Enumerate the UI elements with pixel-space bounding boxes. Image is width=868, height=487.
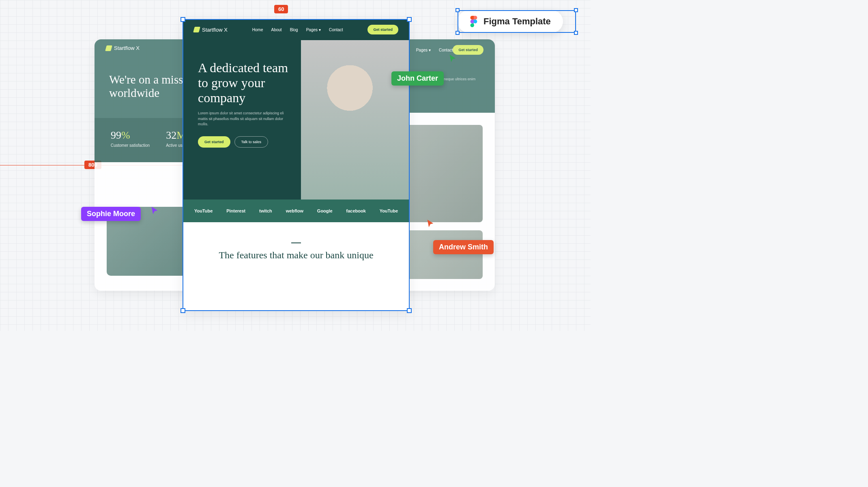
collaborator-name: Sophie Moore: [81, 207, 141, 221]
measurement-top: 60: [274, 5, 288, 13]
svg-rect-7: [472, 19, 474, 23]
brand-logos-row: YouTube Pinterest twitch webflow Google …: [183, 200, 410, 222]
brand-google: Google: [317, 208, 333, 213]
talk-to-sales-button[interactable]: Talk to sales: [234, 136, 269, 148]
chevron-down-icon: ▾: [319, 28, 321, 32]
hero-title: A dedicated team to grow your company: [198, 60, 289, 105]
logo[interactable]: Startflow X: [106, 45, 140, 51]
svg-rect-9: [472, 24, 474, 26]
brand-name: Startflow X: [114, 45, 140, 51]
logo[interactable]: Startflow X: [194, 27, 228, 33]
nav-pages[interactable]: Pages ▾: [416, 48, 431, 52]
collaborator-cursor-andrew: [426, 219, 435, 228]
logo-icon: [105, 45, 112, 51]
site-nav: Startflow X Home About Blog Pages ▾ Cont…: [183, 19, 410, 40]
get-started-button[interactable]: Get started: [198, 136, 230, 148]
svg-rect-5: [472, 16, 474, 19]
nav-contact[interactable]: Contact: [439, 48, 453, 52]
cta-button[interactable]: Get started: [453, 45, 483, 55]
collaborator-cursor-sophie: [150, 206, 159, 215]
collaborator-label-sophie: Sophie Moore: [81, 207, 141, 221]
stat-1: 99% Customer satisfaction: [111, 129, 150, 148]
chevron-down-icon: ▾: [429, 48, 431, 52]
nav-home[interactable]: Home: [252, 28, 263, 32]
artboard-center-selected[interactable]: Startflow X Home About Blog Pages ▾ Cont…: [183, 19, 410, 311]
brand-twitch: twitch: [259, 208, 272, 213]
brand-name: Startflow X: [202, 27, 228, 33]
divider: [291, 242, 301, 243]
stat-2-value: 32: [166, 129, 176, 141]
brand-youtube: YouTube: [380, 208, 398, 213]
features-section: The features that make our bank unique: [183, 222, 410, 282]
collaborator-name: John Carter: [391, 71, 444, 86]
brand-webflow: webflow: [286, 208, 303, 213]
nav-pages[interactable]: Pages ▾: [306, 28, 321, 32]
collaborator-cursor-john: [448, 54, 457, 63]
svg-rect-6: [474, 16, 475, 19]
figma-template-badge[interactable]: Figma Template: [458, 10, 563, 33]
brand-youtube: YouTube: [194, 208, 213, 213]
brand-facebook: facebook: [346, 208, 366, 213]
nav-blog[interactable]: Blog: [290, 28, 298, 32]
nav-about[interactable]: About: [271, 28, 282, 32]
collaborator-name: Andrew Smith: [433, 240, 494, 254]
nav-links: Home About Blog Pages ▾ Contact: [252, 28, 343, 32]
collaborator-label-john: John Carter: [391, 71, 444, 86]
features-title: The features that make our bank unique: [199, 249, 393, 262]
stat-1-value: 99: [111, 129, 121, 141]
stat-1-label: Customer satisfaction: [111, 143, 150, 148]
brand-pinterest: Pinterest: [226, 208, 245, 213]
figma-badge-label: Figma Template: [483, 16, 551, 27]
svg-rect-8: [474, 19, 475, 21]
hero: A dedicated team to grow your company Lo…: [183, 40, 410, 200]
stat-1-suffix: %: [121, 129, 130, 141]
hero-subtitle: Lorem ipsum dolor sit amet consectetur a…: [198, 111, 289, 127]
nav-contact[interactable]: Contact: [329, 28, 343, 32]
cta-button[interactable]: Get started: [367, 25, 398, 34]
nav-links: Pages ▾ Contact: [416, 48, 453, 52]
hero-image: [301, 40, 410, 200]
collaborator-label-andrew: Andrew Smith: [433, 240, 494, 254]
figma-icon: [470, 16, 478, 27]
logo-icon: [193, 27, 200, 32]
